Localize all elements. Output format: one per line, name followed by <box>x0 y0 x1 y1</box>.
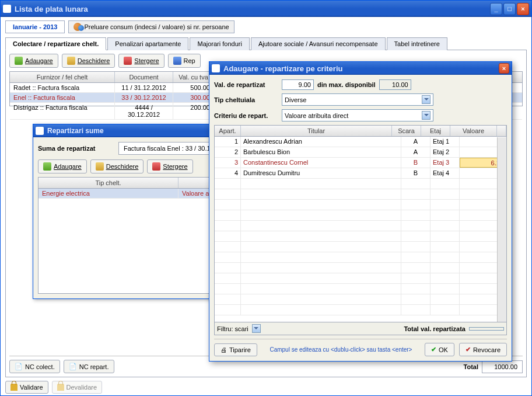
table-row[interactable] <box>215 200 506 210</box>
col-scroll <box>497 126 506 136</box>
ok-button[interactable]: ✔OK <box>425 343 454 356</box>
table-row[interactable]: 2 Barbulescu Bion A Etaj 2 <box>215 147 506 158</box>
consum-button[interactable]: Preluare consum (indecsi / valoare) si n… <box>68 20 234 33</box>
table-row[interactable] <box>215 221 506 231</box>
col-titular[interactable]: Titular <box>241 126 392 136</box>
val-repart-label: Val. de repartizat <box>214 81 278 88</box>
table-row[interactable] <box>215 231 506 242</box>
max-value: 10.00 <box>379 79 411 90</box>
repart-label: Rep <box>184 57 195 64</box>
doc-icon: 📄 <box>69 363 77 370</box>
max-label: din max. disponibil <box>317 81 376 88</box>
tiparire-button[interactable]: 🖨Tiparire <box>214 343 257 356</box>
deschidere-button[interactable]: Deschidere <box>62 54 116 68</box>
repartizare-button[interactable]: Rep <box>168 54 201 68</box>
table-row[interactable] <box>215 179 506 189</box>
crit-value: Valoare atribuita direct <box>285 112 348 119</box>
devalidare-button: Devalidare <box>52 381 103 394</box>
nc-repart-button[interactable]: 📄NC repart. <box>64 360 114 373</box>
val-repart-input[interactable] <box>282 79 314 90</box>
col-valoare[interactable]: Valoare <box>450 126 497 136</box>
filtru-combo[interactable] <box>252 324 261 333</box>
app-icon <box>3 5 11 13</box>
people-icon <box>74 23 82 31</box>
table-row[interactable] <box>215 210 506 221</box>
consum-label: Preluare consum (indecsi / valoare) si n… <box>84 23 229 30</box>
repart-icon <box>173 57 181 65</box>
crit-combo[interactable]: Valoare atribuita direct <box>282 109 433 121</box>
crit-label: Criteriu de repart. <box>214 112 278 119</box>
stergere-button[interactable]: Stergere <box>118 54 164 68</box>
edit-hint: Campul se editeaza cu <dublu-click> sau … <box>262 346 420 353</box>
chevron-down-icon <box>422 111 430 120</box>
doc-icon: 📄 <box>15 363 23 370</box>
table-row[interactable] <box>215 242 506 252</box>
lock-open-icon <box>57 384 64 391</box>
delete-icon <box>152 162 160 171</box>
adaugare-button[interactable]: Adaugare <box>9 54 58 68</box>
scrollbar[interactable] <box>497 137 506 323</box>
col-document[interactable]: Document <box>115 72 173 82</box>
dlg1-deschidere-button[interactable]: Deschidere <box>90 159 144 173</box>
dlg2-close-button[interactable]: × <box>499 63 509 74</box>
chevron-down-icon <box>422 95 430 104</box>
col-etaj[interactable]: Etaj <box>421 126 450 136</box>
add-icon <box>15 57 23 65</box>
deschidere-label: Deschidere <box>78 57 110 64</box>
col-apart[interactable]: Apart. <box>215 126 241 136</box>
tab-ajutoare[interactable]: Ajutoare sociale / Avansuri necompensate <box>251 37 386 50</box>
dialog-icon <box>212 64 220 72</box>
tabs: Colectare / repartizare chelt. Penalizar… <box>5 37 527 50</box>
table-row[interactable] <box>215 294 506 305</box>
tab-tabel[interactable]: Tabel intretinere <box>387 37 447 50</box>
tab-majorari[interactable]: Majorari fonduri <box>190 37 249 50</box>
print-icon: 🖨 <box>220 346 227 353</box>
tip-combo[interactable]: Diverse <box>282 93 433 106</box>
table-row[interactable] <box>215 273 506 284</box>
stergere-label: Stergere <box>134 57 159 64</box>
close-button[interactable]: × <box>517 3 529 15</box>
table-row[interactable]: 4 Dumitrescu Dumitru B Etaj 4 <box>215 168 506 179</box>
col-furnizor[interactable]: Furnizor / fel chelt <box>10 72 115 82</box>
maximize-button[interactable]: □ <box>503 3 516 15</box>
total-repart-value <box>469 327 504 331</box>
month-display: Ianuarie - 2013 <box>5 20 65 33</box>
col-scara[interactable]: Scara <box>392 126 421 136</box>
nc-colect-button[interactable]: 📄NC colect. <box>9 360 60 373</box>
tab-penalizari[interactable]: Penalizari apartamente <box>107 37 188 50</box>
dlg2-title: Adaugare - repartizare pe criteriu <box>223 64 499 73</box>
table-row[interactable]: 3 Constantinescu Cornel B Etaj 3 6.10 <box>215 158 506 168</box>
table-row[interactable] <box>215 305 506 315</box>
open-icon <box>67 57 75 65</box>
apartments-grid: Apart. Titular Scara Etaj Valoare 1 Alex… <box>214 125 507 335</box>
total-repart-label: Total val. repartizata <box>404 325 466 332</box>
tab-colectare[interactable]: Colectare / repartizare chelt. <box>5 37 106 50</box>
adaugare-label: Adaugare <box>25 57 53 64</box>
table-row[interactable] <box>215 189 506 200</box>
check-icon: ✔ <box>431 346 436 353</box>
table-row[interactable]: 1 Alexandrescu Adrian A Etaj 1 <box>215 137 506 147</box>
main-titlebar: Lista de plata lunara _ □ × <box>1 1 531 17</box>
window-title: Lista de plata lunara <box>15 5 490 13</box>
delete-icon <box>124 57 132 65</box>
total-value: 1000.00 <box>482 360 523 373</box>
minimize-button[interactable]: _ <box>490 3 502 15</box>
dialog-icon <box>36 127 44 135</box>
lock-icon <box>10 384 18 391</box>
dlg1-stergere-button[interactable]: Stergere <box>147 159 192 173</box>
table-row[interactable] <box>215 263 506 273</box>
col-val[interactable]: Val. cu tva <box>173 72 214 82</box>
filtru-label: Filtru: scari <box>217 325 249 332</box>
tip-value: Diverse <box>285 96 306 103</box>
table-row[interactable] <box>215 284 506 294</box>
revocare-button[interactable]: ✔Revocare <box>459 343 507 356</box>
suma-label: Suma de repartizat <box>38 145 114 152</box>
add-icon <box>43 162 51 171</box>
dlg1-adaugare-button[interactable]: Adaugare <box>38 159 87 173</box>
validare-button[interactable]: Validare <box>5 381 48 394</box>
table-row[interactable] <box>215 252 506 263</box>
check-red-icon: ✔ <box>466 346 471 353</box>
col-tip[interactable]: Tip chelt. <box>38 178 178 188</box>
open-icon <box>96 162 104 171</box>
tip-label: Tip cheltuiala <box>214 96 278 103</box>
